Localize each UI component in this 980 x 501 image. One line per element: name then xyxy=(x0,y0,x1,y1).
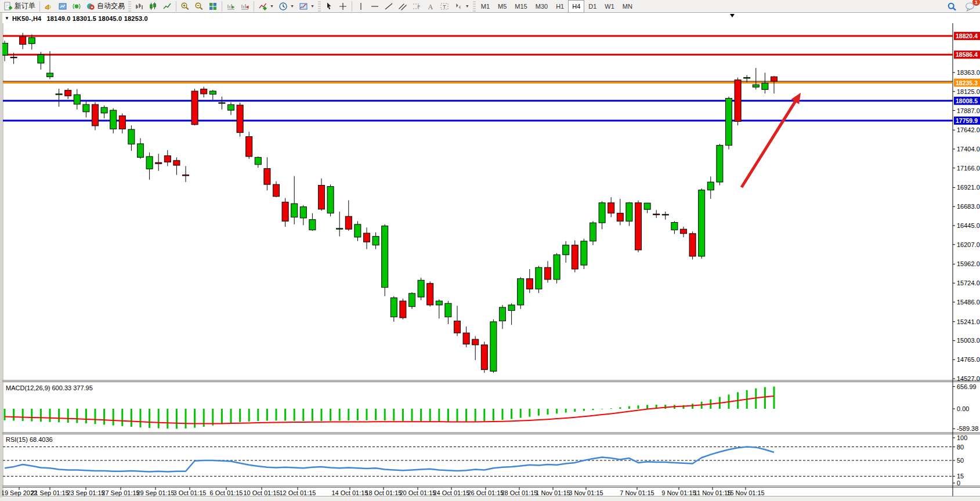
trend-arrow[interactable] xyxy=(742,101,796,187)
candle-body xyxy=(246,137,252,157)
time-tick-label: 24 Oct 01:15 xyxy=(433,489,470,496)
candle-body xyxy=(536,267,542,289)
rsi-line xyxy=(5,447,774,472)
candle-body xyxy=(28,38,35,43)
price-axis: 18363.018125.017887.017642.017404.017166… xyxy=(953,69,980,382)
price-tick-label: 16445.0 xyxy=(957,222,980,229)
price-tick-label: 17404.0 xyxy=(957,146,980,153)
candle-body xyxy=(681,229,687,234)
candle-body xyxy=(345,216,352,229)
candle-body xyxy=(689,234,696,256)
candle-body xyxy=(454,321,461,333)
candle-body xyxy=(319,185,325,209)
candle-body xyxy=(264,169,270,185)
price-tick-label: 15724.0 xyxy=(957,279,980,286)
candle-body xyxy=(2,43,8,55)
candle-body xyxy=(83,104,89,112)
candle-body xyxy=(744,78,750,78)
candle-body xyxy=(581,241,587,265)
price-tick-label: 16207.0 xyxy=(957,241,980,248)
candle-body xyxy=(355,224,361,237)
candle-body xyxy=(626,203,632,222)
candle-body xyxy=(56,94,62,95)
candle-body xyxy=(436,301,442,305)
svg-text:18008.5: 18008.5 xyxy=(956,97,978,104)
candle-body xyxy=(209,91,216,95)
price-tick-label: 17887.0 xyxy=(957,107,980,114)
time-axis: 19 Sep 202221 Sep 01:1523 Sep 01:1527 Se… xyxy=(1,487,765,496)
svg-text:18586.4: 18586.4 xyxy=(956,51,978,58)
time-tick-label: 3 Nov 01:15 xyxy=(569,489,603,496)
price-line-label: 17759.9 xyxy=(954,117,980,125)
candle-body xyxy=(590,223,596,241)
candle-body xyxy=(490,322,497,371)
rsi-label: RSI(15) 68.4036 xyxy=(6,436,53,443)
time-tick-label: 27 Sep 01:15 xyxy=(102,489,139,496)
candle-body xyxy=(526,279,533,289)
candle-body xyxy=(164,156,171,162)
candle-body xyxy=(400,301,406,318)
chart-shift-marker[interactable] xyxy=(730,14,735,17)
candle-body xyxy=(445,303,451,317)
time-tick-label: 6 Oct 01:15 xyxy=(210,489,243,496)
candle-body xyxy=(110,110,117,129)
price-tick-label: 14765.0 xyxy=(957,356,980,363)
time-tick-label: 28 Oct 01:15 xyxy=(501,489,538,496)
candle-body xyxy=(309,220,316,230)
candle-body xyxy=(47,73,53,77)
candle-body xyxy=(762,83,768,89)
candle-body xyxy=(337,228,343,229)
svg-text:17759.9: 17759.9 xyxy=(956,117,978,124)
macd-panel: 656.990.00-589.38MACD(12,26,9) 600.33 37… xyxy=(5,383,978,433)
price-tick-label: 15003.0 xyxy=(957,337,980,344)
mt4-terminal: 新订单自动交易▼▼▼FAT▼M1M5M15M30H1H4D1W1MN1 ▼ HK… xyxy=(0,0,980,501)
candle-body xyxy=(554,255,560,279)
svg-text:18235.3: 18235.3 xyxy=(956,79,978,86)
time-tick-label: 11 Nov 01:15 xyxy=(694,489,732,496)
price-line-label: 18008.5 xyxy=(954,97,980,105)
price-line-label: 18235.3 xyxy=(954,79,980,87)
candle-body xyxy=(92,104,99,126)
candle-body xyxy=(617,213,623,222)
candle-body xyxy=(500,307,506,321)
window-left-border xyxy=(0,13,2,501)
price-tick-label: 15486.0 xyxy=(957,299,980,306)
time-tick-label: 14 Oct 01:15 xyxy=(332,489,368,496)
candle-body xyxy=(563,245,569,255)
time-tick-label: 26 Oct 01:15 xyxy=(468,489,504,496)
candle-body xyxy=(635,203,642,250)
candle-body xyxy=(599,203,605,223)
candle-body xyxy=(173,161,180,165)
time-tick-label: 15 Nov 01:15 xyxy=(726,489,764,496)
candle-body xyxy=(472,339,479,345)
price-tick-label: 17642.0 xyxy=(957,126,980,133)
candle-body xyxy=(771,77,778,81)
time-tick-label: 29 Sep 01:15 xyxy=(136,489,174,496)
price-tick-label: 16921.0 xyxy=(957,184,980,191)
candle-body xyxy=(427,284,433,305)
macd-tick-label: -589.38 xyxy=(957,425,978,432)
candlestick-chart[interactable]: 18363.018125.017887.017642.017404.017166… xyxy=(0,0,980,501)
candle-body xyxy=(228,104,234,110)
rsi-tick-label: 0 xyxy=(957,480,960,487)
candle-body xyxy=(237,105,243,132)
candle-body xyxy=(191,91,198,125)
candle-body xyxy=(653,214,660,215)
time-tick-label: 23 Sep 01:15 xyxy=(67,489,104,496)
candle-body xyxy=(508,305,515,311)
candle-body xyxy=(128,129,135,144)
candle-body xyxy=(219,103,225,103)
candle-body xyxy=(146,157,153,169)
time-tick-label: 7 Nov 01:15 xyxy=(620,489,654,496)
time-tick-label: 21 Sep 01:15 xyxy=(31,489,68,496)
time-tick-label: 3 Oct 01:15 xyxy=(173,489,207,496)
candle-body xyxy=(418,280,424,297)
macd-signal-line xyxy=(5,396,774,424)
rsi-panel: 1008050150RSI(15) 68.4036 xyxy=(3,434,967,487)
candle-body xyxy=(390,298,397,317)
candle-body xyxy=(300,207,306,218)
time-tick-label: 20 Oct 01:15 xyxy=(400,489,436,496)
candle-body xyxy=(327,187,334,213)
candle-body xyxy=(463,333,469,344)
macd-tick-label: 656.99 xyxy=(957,383,977,390)
